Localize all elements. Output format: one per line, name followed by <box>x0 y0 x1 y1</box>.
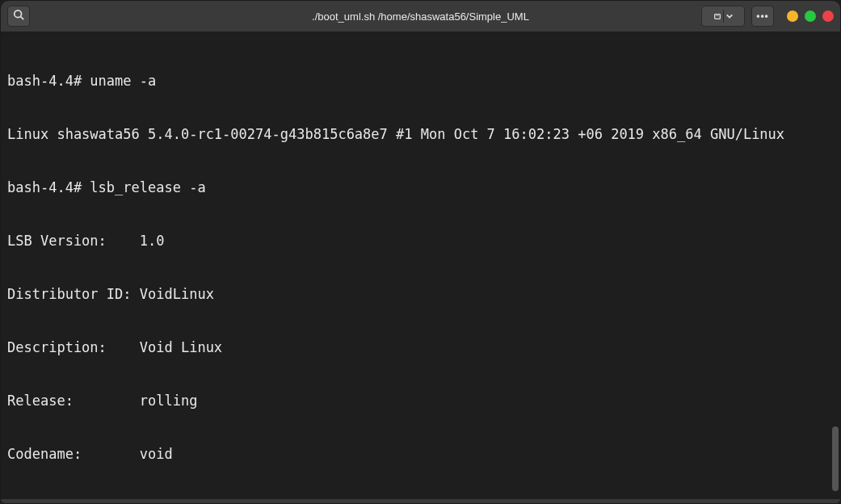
svg-rect-2 <box>714 15 720 19</box>
terminal-window: ./boot_uml.sh /home/shaswata56/Simple_UM… <box>0 0 841 504</box>
terminal-prompt-line: bash-4.4# <box>7 498 834 499</box>
terminal-line: Description: Void Linux <box>7 338 834 356</box>
terminal-line: bash-4.4# uname -a <box>7 72 834 90</box>
titlebar: ./boot_uml.sh /home/shaswata56/Simple_UM… <box>1 1 840 32</box>
terminal-line: LSB Version: 1.0 <box>7 232 834 250</box>
menu-button[interactable]: ••• <box>751 6 774 27</box>
window-bottom-rail <box>1 499 840 503</box>
window-controls <box>787 10 834 22</box>
terminal-line: Codename: void <box>7 445 834 463</box>
terminal-area[interactable]: bash-4.4# uname -a Linux shaswata56 5.4.… <box>1 32 840 499</box>
new-tab-button[interactable] <box>701 6 745 27</box>
chevron-down-icon <box>725 9 734 23</box>
close-button[interactable] <box>822 10 834 22</box>
window-title: ./boot_uml.sh /home/shaswata56/Simple_UM… <box>312 10 529 23</box>
terminal-line: bash-4.4# lsb_release -a <box>7 178 834 196</box>
terminal-line: Distributor ID: VoidLinux <box>7 285 834 303</box>
scrollbar[interactable] <box>832 426 839 491</box>
search-button[interactable] <box>7 6 30 27</box>
minimize-button[interactable] <box>787 10 798 22</box>
dots-icon: ••• <box>756 10 769 22</box>
svg-point-0 <box>15 10 22 18</box>
terminal-line: Release: rolling <box>7 392 834 410</box>
maximize-button[interactable] <box>805 10 816 22</box>
svg-line-1 <box>21 17 24 20</box>
terminal-line: Linux shaswata56 5.4.0-rc1-00274-g43b815… <box>7 125 834 143</box>
search-icon <box>13 9 24 23</box>
titlebar-controls: ••• <box>701 6 834 27</box>
new-tab-icon <box>713 9 721 23</box>
